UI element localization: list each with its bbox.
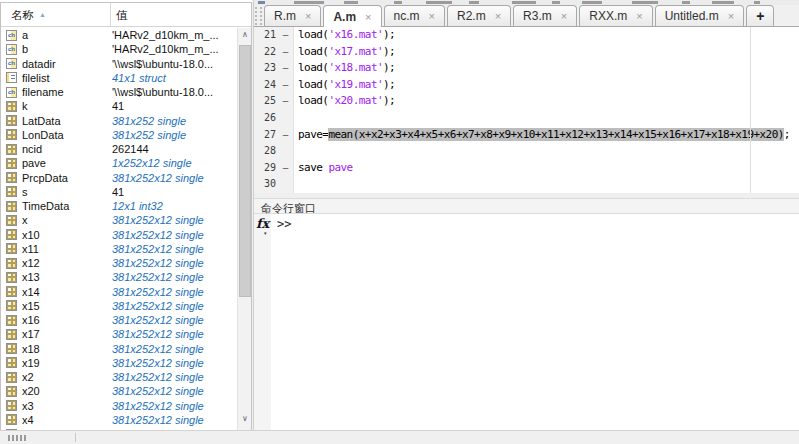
- variable-value: 12x1 int32: [112, 199, 163, 213]
- tab-nc-m[interactable]: nc.m×: [384, 5, 445, 26]
- variable-name: a: [22, 28, 28, 42]
- table-row[interactable]: pave1x252x12 single: [2, 156, 236, 170]
- column-header-value[interactable]: 值: [116, 8, 128, 23]
- close-icon[interactable]: ×: [636, 11, 642, 21]
- table-row[interactable]: x13381x252x12 single: [2, 270, 236, 284]
- table-row[interactable]: x381x252x12 single: [2, 213, 236, 227]
- scrollbar-thumb[interactable]: [239, 45, 251, 297]
- code-line[interactable]: 22–load('x17.mat');: [254, 44, 799, 61]
- tab-untitled-m[interactable]: Untitled.m×: [655, 5, 744, 26]
- code-line[interactable]: 29–save pave: [254, 160, 799, 177]
- table-row[interactable]: TimeData12x1 int32: [2, 199, 236, 213]
- num-variable-icon: [6, 115, 17, 126]
- table-row[interactable]: ncid262144: [2, 142, 236, 156]
- new-tab-button[interactable]: +: [746, 5, 774, 26]
- tab-label: R2.m: [457, 9, 486, 23]
- fx-button[interactable]: fx▾: [256, 216, 269, 231]
- variable-name: x15: [22, 299, 40, 313]
- code-token-plain: load(: [298, 78, 328, 91]
- scroll-up-icon[interactable]: ∧: [238, 28, 252, 43]
- close-icon[interactable]: ×: [561, 11, 567, 21]
- num-variable-icon: [6, 215, 17, 226]
- line-exec-dash: [278, 143, 294, 160]
- code-line[interactable]: 27–pave=mean(x+x2+x3+x4+x5+x6+x7+x8+x9+x…: [254, 127, 799, 144]
- tab-label: A.m: [333, 10, 356, 24]
- code-line[interactable]: 26: [254, 110, 799, 127]
- code-token-plain: );: [383, 78, 395, 91]
- table-row[interactable]: x20381x252x12 single: [2, 384, 236, 398]
- code-token-string: pave: [328, 161, 352, 174]
- column-header-name[interactable]: 名称▲: [11, 8, 46, 23]
- table-row[interactable]: chfilename'\\wsl$\ubuntu-18.0...: [2, 85, 236, 99]
- table-row[interactable]: s41: [2, 185, 236, 199]
- tab-rxx-m[interactable]: RXX.m×: [579, 5, 652, 26]
- line-exec-dash: –: [278, 77, 294, 94]
- table-row[interactable]: x18381x252x12 single: [2, 342, 236, 356]
- table-row[interactable]: x17381x252x12 single: [2, 327, 236, 341]
- table-row[interactable]: x2381x252x12 single: [2, 370, 236, 384]
- variable-name: x10: [22, 228, 40, 242]
- scroll-down-icon[interactable]: ∨: [238, 412, 252, 427]
- table-row[interactable]: x16381x252x12 single: [2, 313, 236, 327]
- command-window-title: 命令行窗口: [261, 202, 316, 214]
- code-line[interactable]: 25–load('x20.mat');: [254, 93, 799, 110]
- table-row[interactable]: x19381x252x12 single: [2, 356, 236, 370]
- table-row[interactable]: filelist41x1 struct: [2, 71, 236, 85]
- table-row[interactable]: x10381x252x12 single: [2, 228, 236, 242]
- table-row[interactable]: x14381x252x12 single: [2, 285, 236, 299]
- code-token-plain: load(: [298, 45, 328, 58]
- variable-name: x14: [22, 285, 40, 299]
- command-window-header[interactable]: 命令行窗口: [254, 198, 799, 214]
- code-line[interactable]: 30: [254, 176, 799, 193]
- close-icon[interactable]: ×: [305, 11, 311, 21]
- table-row[interactable]: chdatadir'\\wsl$\ubuntu-18.0...: [2, 57, 236, 71]
- variable-value: 262144: [112, 142, 149, 156]
- line-exec-dash: [278, 176, 294, 193]
- table-row[interactable]: x3381x252x12 single: [2, 399, 236, 413]
- code-line[interactable]: 21–load('x16.mat');: [254, 27, 799, 44]
- num-variable-icon: [6, 386, 17, 397]
- tab-r3-m[interactable]: R3.m×: [513, 5, 577, 26]
- table-row[interactable]: PrcpData381x252x12 single: [2, 171, 236, 185]
- tab-r2-m[interactable]: R2.m×: [447, 5, 511, 26]
- table-row[interactable]: LonData381x252 single: [2, 128, 236, 142]
- tabbar-grip-icon[interactable]: [255, 7, 262, 25]
- char-variable-icon: ch: [6, 87, 17, 98]
- close-icon[interactable]: ×: [728, 11, 734, 21]
- sort-asc-icon: ▲: [39, 11, 46, 18]
- close-icon[interactable]: ×: [429, 11, 435, 21]
- line-number: 30: [254, 176, 278, 193]
- table-row[interactable]: x4381x252x12 single: [2, 413, 236, 427]
- column-divider[interactable]: [110, 3, 111, 27]
- code-line[interactable]: 24–load('x19.mat');: [254, 77, 799, 94]
- code-line[interactable]: 28: [254, 143, 799, 160]
- variable-value: 381x252x12 single: [112, 313, 204, 327]
- table-row[interactable]: cha'HARv2_d10km_m_...: [2, 28, 236, 42]
- close-icon[interactable]: ×: [365, 12, 371, 22]
- variable-name: x20: [22, 384, 40, 398]
- line-exec-dash: [278, 110, 294, 127]
- fx-label: fx: [256, 216, 269, 231]
- line-number: 24: [254, 77, 278, 94]
- command-window[interactable]: fx▾ >>: [254, 214, 799, 430]
- table-row[interactable]: x11381x252x12 single: [2, 242, 236, 256]
- code-token-string: 'x20.mat': [328, 94, 383, 107]
- table-row[interactable]: x15381x252x12 single: [2, 299, 236, 313]
- table-row[interactable]: k41: [2, 99, 236, 113]
- close-icon[interactable]: ×: [495, 11, 501, 21]
- num-variable-icon: [6, 286, 17, 297]
- variable-name: x19: [22, 356, 40, 370]
- hscroll-grip-icon[interactable]: [8, 435, 26, 441]
- code-editor[interactable]: 21–load('x16.mat');22–load('x17.mat');23…: [254, 27, 799, 193]
- table-row[interactable]: chb'HARv2_d10km_m_...: [2, 42, 236, 56]
- code-line[interactable]: 23–load('x18.mat');: [254, 60, 799, 77]
- table-row[interactable]: LatData381x252 single: [2, 114, 236, 128]
- tab-r-m[interactable]: R.m×: [264, 5, 321, 26]
- editor-tab-bar: R.m×A.m×nc.m×R2.m×R3.m×RXX.m×Untitled.m×…: [254, 5, 799, 27]
- workspace-scrollbar[interactable]: ∧ ∨: [237, 28, 251, 430]
- tab-a-m[interactable]: A.m×: [323, 5, 381, 27]
- tab-label: RXX.m: [589, 9, 627, 23]
- variable-name: x3: [22, 399, 34, 413]
- table-row[interactable]: x12381x252x12 single: [2, 256, 236, 270]
- variable-value: '\\wsl$\ubuntu-18.0...: [112, 85, 213, 99]
